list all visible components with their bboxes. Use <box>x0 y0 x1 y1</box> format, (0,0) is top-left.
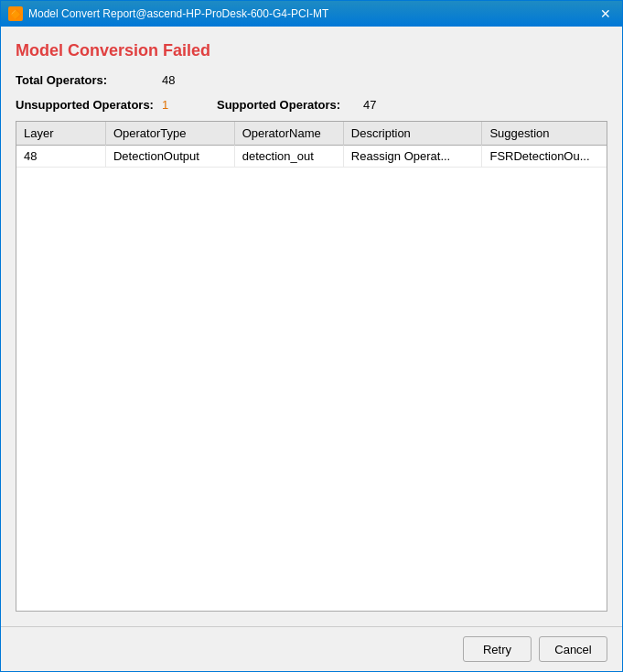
cancel-button[interactable]: Cancel <box>539 636 607 662</box>
page-title: Model Conversion Failed <box>16 41 607 60</box>
col-header-layer: Layer <box>16 122 105 146</box>
header-row: Layer OperatorType OperatorName Descript… <box>16 122 607 146</box>
supported-label: Supported Operators: <box>217 98 363 112</box>
footer: Retry Cancel <box>1 626 622 671</box>
content-area: Model Conversion Failed Total Operators:… <box>1 27 622 626</box>
unsupported-value: 1 <box>162 98 217 112</box>
stats-row-2: Unsupported Operators: 1 Supported Opera… <box>16 98 607 112</box>
table-body: 48 DetectionOutput detection_out Reassig… <box>16 146 607 168</box>
total-operators-value: 48 <box>162 73 217 87</box>
col-header-description: Description <box>343 122 482 146</box>
table-row[interactable]: 48 DetectionOutput detection_out Reassig… <box>16 146 607 168</box>
cell-description: Reassign Operat... <box>343 146 482 168</box>
col-header-optype: OperatorType <box>105 122 234 146</box>
col-header-suggestion: Suggestion <box>482 122 607 146</box>
operators-table: Layer OperatorType OperatorName Descript… <box>16 122 607 168</box>
total-operators-label: Total Operators: <box>16 73 162 87</box>
stats-row-1: Total Operators: 48 <box>16 73 607 87</box>
cell-layer: 48 <box>16 146 105 168</box>
window: 🔶 Model Convert Report@ascend-HP-ProDesk… <box>0 0 623 672</box>
table-header: Layer OperatorType OperatorName Descript… <box>16 122 607 146</box>
cell-suggestion: FSRDetectionOu... <box>482 146 607 168</box>
title-bar: 🔶 Model Convert Report@ascend-HP-ProDesk… <box>1 1 622 27</box>
col-header-opname: OperatorName <box>234 122 343 146</box>
cell-opname: detection_out <box>234 146 343 168</box>
window-title: Model Convert Report@ascend-HP-ProDesk-6… <box>28 7 328 20</box>
title-bar-left: 🔶 Model Convert Report@ascend-HP-ProDesk… <box>8 6 328 21</box>
unsupported-label: Unsupported Operators: <box>16 98 162 112</box>
cell-optype: DetectionOutput <box>105 146 234 168</box>
table-container: Layer OperatorType OperatorName Descript… <box>16 121 607 612</box>
app-icon: 🔶 <box>8 6 23 21</box>
retry-button[interactable]: Retry <box>463 636 532 662</box>
close-button[interactable]: ✕ <box>596 5 615 23</box>
supported-value: 47 <box>363 98 376 112</box>
